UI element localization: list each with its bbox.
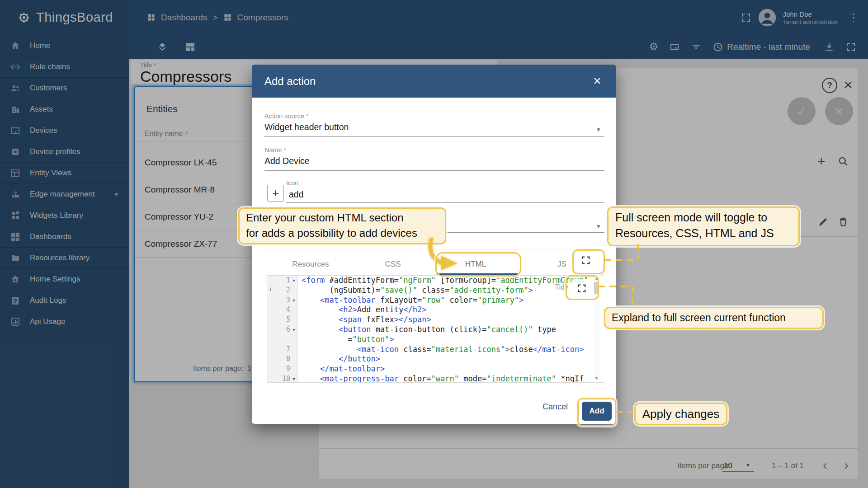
- icon-label: Icon: [286, 179, 298, 187]
- code-line[interactable]: 4 <h2>Add entity</h2>: [267, 305, 604, 315]
- name-input[interactable]: Add Device: [264, 156, 310, 166]
- code-line[interactable]: 8 </button>: [267, 354, 604, 364]
- code-line[interactable]: 5 <span fxFlex></span>: [267, 315, 604, 325]
- code-line[interactable]: 6▾ <button mat-icon-button (click)="canc…: [267, 325, 604, 335]
- dialog-title: Add action: [264, 75, 316, 88]
- code-line[interactable]: ="button">: [267, 335, 604, 345]
- annotation-ring-html-tab: [435, 252, 521, 277]
- tab-resources[interactable]: Resources: [292, 260, 329, 269]
- icon-input[interactable]: add: [289, 189, 304, 200]
- action-source-label: Action source *: [264, 113, 309, 120]
- action-source-caret-icon[interactable]: ▼: [596, 127, 601, 133]
- icon-picker-button[interactable]: +: [267, 185, 284, 202]
- annotation-ring-editor-expand: [566, 275, 599, 300]
- annotation-html-section: Enter your custom HTML section for adds …: [238, 207, 446, 244]
- code-line[interactable]: 1▾<form #addEntityForm="ngForm" [formGro…: [267, 276, 604, 286]
- dialog-close-icon[interactable]: ×: [588, 72, 606, 90]
- annotation-ring-tabs-fullscreen: [572, 249, 605, 274]
- code-line[interactable]: 9 </mat-toolbar>: [267, 364, 604, 374]
- annotation-ring-add-button: [577, 398, 616, 426]
- add-icon: +: [272, 186, 279, 200]
- tab-css[interactable]: CSS: [385, 260, 401, 269]
- code-line[interactable]: i2 (ngSubmit)="save()" class="add-entity…: [267, 286, 604, 296]
- code-line[interactable]: 10▾ <mat-progress-bar color="warn" mode=…: [267, 374, 604, 383]
- tab-js[interactable]: JS: [557, 260, 566, 269]
- cancel-button[interactable]: Cancel: [542, 402, 568, 412]
- action-source-select[interactable]: Widget header button: [264, 122, 349, 132]
- annotation-expand-function: Expland to full screen current function: [604, 307, 824, 329]
- annotation-apply-changes: Apply changes: [634, 403, 727, 425]
- scroll-down-icon[interactable]: ▼: [594, 376, 599, 380]
- code-line[interactable]: 7 <mat-icon class="material-icons">close…: [267, 345, 604, 355]
- action-type-caret-icon[interactable]: ▼: [596, 223, 601, 230]
- annotation-fullscreen-toggle: Full screen mode will toggle to Resource…: [607, 206, 800, 246]
- thingsboard-app: ThingsBoard Home Rule chains Customers A…: [0, 0, 868, 488]
- code-line[interactable]: 3▾ <mat-toolbar fxLayout="row" color="pr…: [267, 296, 604, 305]
- html-code-editor[interactable]: 1▾<form #addEntityForm="ngForm" [formGro…: [267, 275, 604, 383]
- dialog-header: Add action ×: [252, 65, 616, 98]
- name-label: Name *: [264, 146, 286, 154]
